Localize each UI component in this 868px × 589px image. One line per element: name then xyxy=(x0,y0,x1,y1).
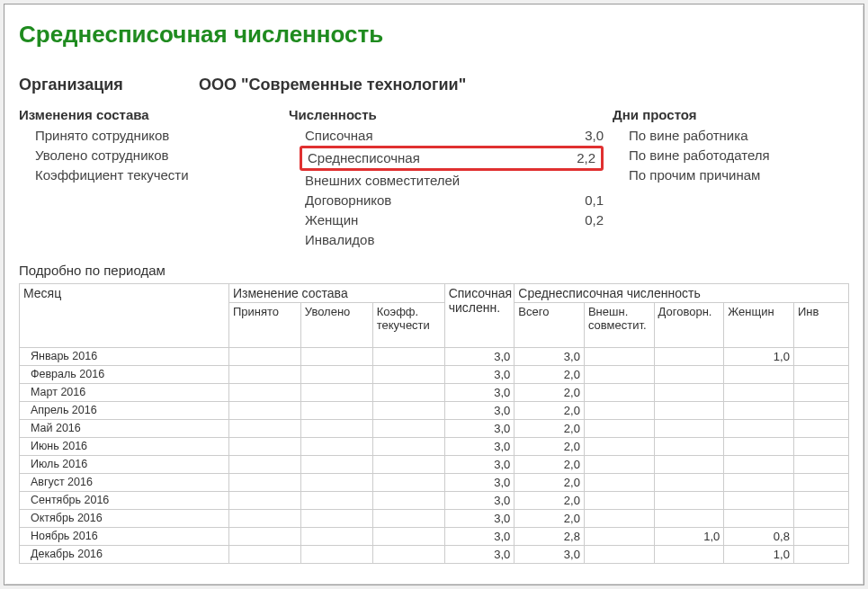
table-cell xyxy=(654,348,724,366)
table-row: Август 20163,02,0 xyxy=(20,474,849,492)
table-row: Май 20163,02,0 xyxy=(20,420,849,438)
organization-value: ООО "Современные технологии" xyxy=(199,76,466,94)
table-cell xyxy=(300,546,372,564)
changes-row: Уволено сотрудников xyxy=(19,146,280,165)
table-cell xyxy=(228,528,300,546)
changes-label: Коэффициент текучести xyxy=(35,165,244,185)
table-cell xyxy=(372,348,444,366)
table-cell xyxy=(793,528,848,546)
table-cell: Ноябрь 2016 xyxy=(20,528,229,546)
headcount-row: Среднесписочная2,2 xyxy=(300,146,604,171)
th-month: Месяц xyxy=(20,284,229,348)
table-cell xyxy=(372,384,444,402)
headcount-value xyxy=(568,230,604,250)
table-cell xyxy=(654,438,724,456)
table-cell xyxy=(654,546,724,564)
table-row: Ноябрь 20163,02,81,00,8 xyxy=(20,528,849,546)
table-cell xyxy=(793,384,848,402)
table-cell xyxy=(793,510,848,528)
table-cell xyxy=(654,456,724,474)
detail-table: Месяц Изменение состава Списочная числен… xyxy=(19,283,849,564)
table-cell xyxy=(300,474,372,492)
th-total: Всего xyxy=(515,303,585,348)
table-cell xyxy=(300,438,372,456)
table-cell xyxy=(228,438,300,456)
table-cell xyxy=(724,510,794,528)
table-cell xyxy=(724,366,794,384)
summary-title-headcount: Численность xyxy=(289,107,604,122)
table-cell xyxy=(300,384,372,402)
table-row: Июль 20163,02,0 xyxy=(20,456,849,474)
table-row: Сентябрь 20163,02,0 xyxy=(20,492,849,510)
table-cell: 3,0 xyxy=(444,546,515,564)
headcount-label: Женщин xyxy=(305,210,568,230)
table-cell: 3,0 xyxy=(444,528,515,546)
table-cell xyxy=(228,510,300,528)
headcount-row: Внешних совместителей xyxy=(289,171,604,191)
summary-title-idle: Дни простоя xyxy=(613,107,840,122)
table-cell xyxy=(793,402,848,420)
headcount-value xyxy=(568,171,604,191)
table-cell: 3,0 xyxy=(444,366,515,384)
table-cell xyxy=(793,546,848,564)
changes-label: Уволено сотрудников xyxy=(35,146,244,165)
headcount-label: Договорников xyxy=(305,191,568,210)
headcount-label: Списочная xyxy=(305,126,568,146)
table-cell xyxy=(654,492,724,510)
table-cell: Март 2016 xyxy=(20,384,229,402)
table-cell: 2,0 xyxy=(515,492,585,510)
table-cell xyxy=(372,402,444,420)
th-contr: Договорн. xyxy=(654,303,724,348)
table-cell xyxy=(793,492,848,510)
table-cell: 2,0 xyxy=(515,402,585,420)
table-cell: 1,0 xyxy=(724,546,794,564)
th-list: Списочная численн. xyxy=(444,284,515,348)
headcount-row: Инвалидов xyxy=(289,230,604,250)
table-cell xyxy=(228,474,300,492)
table-cell: Июль 2016 xyxy=(20,456,229,474)
table-cell xyxy=(724,384,794,402)
idle-value xyxy=(804,146,840,165)
table-cell: Апрель 2016 xyxy=(20,402,229,420)
table-row: Декабрь 20163,03,01,0 xyxy=(20,546,849,564)
table-cell xyxy=(372,510,444,528)
idle-row: По прочим причинам xyxy=(613,165,840,185)
table-cell: 1,0 xyxy=(654,528,724,546)
table-cell: 0,8 xyxy=(724,528,794,546)
th-avg: Среднесписочная численность xyxy=(515,284,849,303)
summary-title-changes: Изменения состава xyxy=(19,107,280,122)
headcount-row: Женщин0,2 xyxy=(289,210,604,230)
report-frame: Среднесписочная численность Организация … xyxy=(4,4,864,585)
changes-row: Коэффициент текучести xyxy=(19,165,280,185)
table-cell xyxy=(793,456,848,474)
changes-value xyxy=(244,126,280,146)
table-cell xyxy=(584,420,654,438)
table-cell: 3,0 xyxy=(444,438,515,456)
headcount-value: 2,2 xyxy=(565,148,601,168)
table-cell xyxy=(584,366,654,384)
summary-block: Изменения состава Принято сотрудниковУво… xyxy=(19,107,849,250)
table-cell xyxy=(300,492,372,510)
table-cell xyxy=(228,456,300,474)
table-cell xyxy=(793,474,848,492)
table-cell: Сентябрь 2016 xyxy=(20,492,229,510)
table-cell xyxy=(724,402,794,420)
table-cell xyxy=(372,420,444,438)
th-fired: Уволено xyxy=(300,303,372,348)
table-row: Март 20163,02,0 xyxy=(20,384,849,402)
table-cell xyxy=(724,438,794,456)
table-cell xyxy=(584,438,654,456)
table-cell: 3,0 xyxy=(444,492,515,510)
table-cell xyxy=(584,546,654,564)
table-cell: 3,0 xyxy=(444,402,515,420)
table-cell xyxy=(584,474,654,492)
table-cell xyxy=(300,420,372,438)
table-cell: 2,0 xyxy=(515,438,585,456)
table-cell xyxy=(584,456,654,474)
organization-label: Организация xyxy=(19,76,199,94)
table-cell: 3,0 xyxy=(515,348,585,366)
table-row: Октябрь 20163,02,0 xyxy=(20,510,849,528)
table-cell: Июнь 2016 xyxy=(20,438,229,456)
table-cell xyxy=(584,348,654,366)
idle-value xyxy=(804,126,840,146)
